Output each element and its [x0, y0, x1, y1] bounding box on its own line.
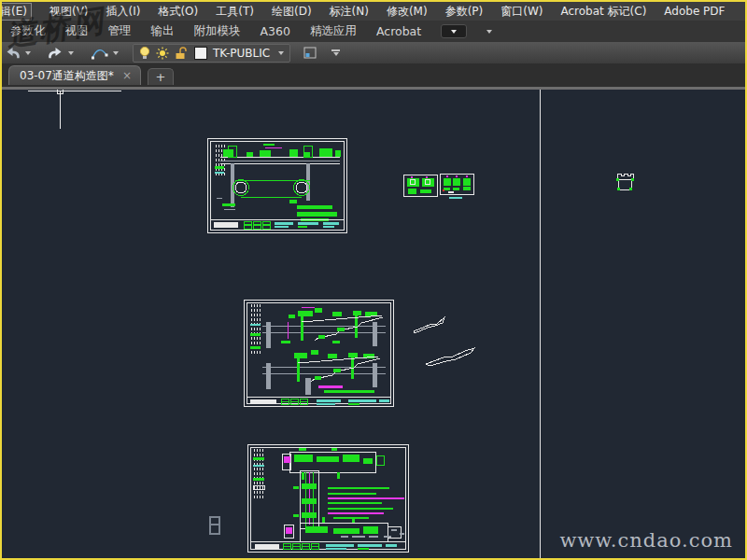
redo-icon	[48, 47, 63, 60]
menu-edit[interactable]: 辑(E)	[2, 3, 32, 21]
autocad-window: 道桥网 辑(E) 视图(V) 插入(I) 格式(O) 工具(T) 绘图(D) 标…	[0, 0, 747, 560]
flow-arrows	[411, 313, 481, 369]
sun-icon[interactable]	[156, 47, 169, 60]
quick-access-toolbar: TK-PUBLIC	[2, 42, 745, 63]
layer-color-swatch[interactable]	[194, 47, 207, 60]
pickbox-cursor	[57, 90, 63, 94]
ribbon-tab-view[interactable]: 视图	[65, 23, 89, 39]
ribbon-tab-a360[interactable]: A360	[261, 24, 290, 38]
menu-adobe-pdf[interactable]: Adobe PDF	[664, 5, 725, 18]
plus-icon: +	[155, 70, 165, 84]
menu-view[interactable]: 视图(V)	[49, 4, 89, 20]
cad-detail-boxes	[403, 173, 474, 199]
ribbon-tab-addins[interactable]: 附加模块	[194, 23, 241, 39]
undo-dropdown-arrow[interactable]	[25, 51, 31, 55]
menu-acrobat-comments[interactable]: Acrobat 标记(C)	[560, 4, 646, 20]
overflow-icon	[331, 49, 340, 51]
tab-close-icon[interactable]: ×	[122, 70, 132, 81]
cad-sheet-plan	[247, 444, 409, 553]
menu-insert[interactable]: 插入(I)	[106, 4, 141, 20]
file-tab-bar: 03-07通道构造图* × +	[2, 63, 745, 87]
cad-vertical-line	[540, 90, 541, 558]
file-tab-active[interactable]: 03-07通道构造图* ×	[8, 65, 141, 85]
ribbon-tab-featured-apps[interactable]: 精选应用	[310, 23, 357, 39]
layer-name: TK-PUBLIC	[213, 47, 273, 60]
arc-tool-button[interactable]	[91, 47, 108, 60]
cad-block-glyph	[613, 171, 639, 193]
panel-icon	[303, 47, 317, 60]
redo-dropdown-arrow[interactable]	[68, 51, 74, 55]
layer-dropdown-arrow[interactable]	[278, 51, 284, 55]
ribbon-tab-parametric[interactable]: 参数化	[10, 23, 46, 39]
menu-dimension[interactable]: 标注(N)	[330, 4, 369, 20]
ribbon-tab-output[interactable]: 输出	[151, 23, 175, 39]
crosshair-cursor	[28, 91, 121, 91]
layer-control-panel: TK-PUBLIC	[133, 44, 290, 63]
arc-tool-icon	[91, 47, 108, 60]
layer-properties-button[interactable]	[303, 47, 317, 60]
undo-icon	[5, 47, 21, 60]
arc-tool-dropdown-arrow[interactable]	[113, 51, 119, 55]
chevron-down-icon	[451, 30, 457, 34]
drawing-canvas[interactable]: www.cndao.com	[2, 90, 745, 558]
unlock-icon[interactable]	[175, 47, 189, 60]
chevron-down-icon	[333, 52, 339, 56]
ribbon-tab-manage[interactable]: 管理	[108, 23, 132, 39]
new-tab-button[interactable]: +	[148, 68, 174, 85]
menu-bar: 辑(E) 视图(V) 插入(I) 格式(O) 工具(T) 绘图(D) 标注(N)…	[2, 2, 745, 21]
file-tab-label: 03-07通道构造图*	[20, 68, 114, 84]
cad-sheet-elevation	[207, 138, 347, 233]
undo-button[interactable]	[5, 47, 21, 60]
ribbon-tab-bar: 参数化 视图 管理 输出 附加模块 A360 精选应用 Acrobat	[2, 21, 745, 42]
ribbon-display-toggle-button[interactable]	[441, 24, 467, 38]
menu-format[interactable]: 格式(O)	[158, 4, 198, 20]
site-watermark: www.cndao.com	[559, 529, 733, 552]
viewport-marker	[209, 516, 220, 535]
menu-tools[interactable]: 工具(T)	[216, 4, 254, 20]
ribbon-tab-acrobat[interactable]: Acrobat	[376, 24, 421, 38]
cad-sheet-sections	[244, 300, 394, 407]
menu-parametric[interactable]: 参数(P)	[445, 4, 484, 20]
lightbulb-icon[interactable]	[139, 46, 150, 61]
menu-modify[interactable]: 修改(M)	[387, 4, 428, 20]
menu-window[interactable]: 窗口(W)	[500, 4, 543, 20]
menu-draw[interactable]: 绘图(D)	[272, 4, 312, 20]
toolbar-overflow-button[interactable]	[331, 49, 340, 56]
crosshair-cursor	[60, 91, 61, 129]
ribbon-options-arrow[interactable]	[486, 30, 492, 34]
redo-button[interactable]	[48, 47, 63, 60]
